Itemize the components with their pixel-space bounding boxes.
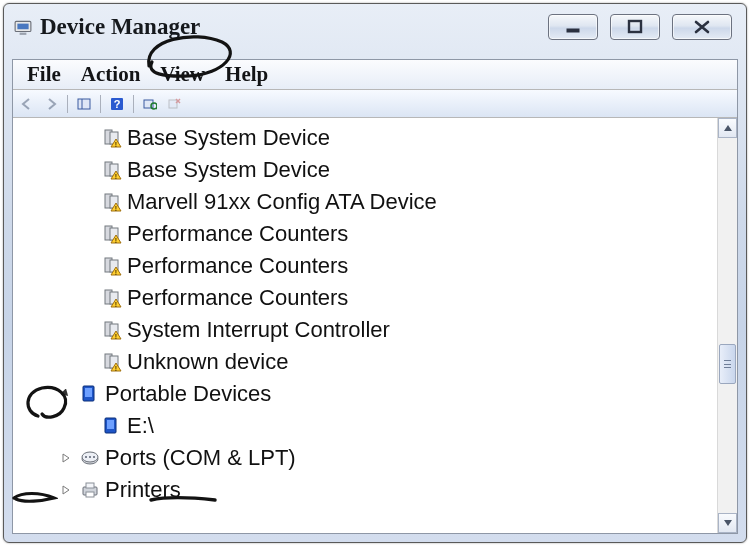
- tree-node-label: Unknown device: [127, 346, 288, 378]
- svg-rect-2: [20, 33, 27, 35]
- svg-rect-51: [107, 420, 114, 429]
- printer-icon: [79, 479, 101, 501]
- device-warning-icon: !: [101, 159, 123, 181]
- device-warning-icon: !: [101, 287, 123, 309]
- svg-text:!: !: [115, 301, 117, 308]
- back-button: [17, 94, 37, 114]
- uninstall-button: [164, 94, 184, 114]
- svg-text:!: !: [115, 237, 117, 244]
- tree-node-label: Base System Device: [127, 154, 330, 186]
- tree-node-other-device[interactable]: ! System Interrupt Controller: [43, 314, 737, 346]
- device-warning-icon: !: [101, 255, 123, 277]
- client-area: File Action View Help ?: [12, 59, 738, 534]
- toolbar-separator: [67, 95, 68, 113]
- svg-text:?: ?: [114, 98, 121, 110]
- maximize-button[interactable]: [610, 14, 660, 40]
- svg-rect-4: [629, 21, 641, 32]
- scroll-thumb[interactable]: [719, 344, 736, 384]
- device-warning-icon: !: [101, 127, 123, 149]
- help-button[interactable]: ?: [107, 94, 127, 114]
- svg-marker-62: [724, 125, 732, 131]
- menu-view[interactable]: View: [150, 60, 215, 89]
- port-icon: [79, 447, 101, 469]
- svg-marker-47: [61, 389, 71, 399]
- svg-point-55: [85, 456, 87, 458]
- expander-collapsed-icon[interactable]: [59, 483, 73, 497]
- tree-node-other-device[interactable]: ! Unknown device: [43, 346, 737, 378]
- window-buttons: [548, 14, 732, 40]
- tree-category-ports[interactable]: Ports (COM & LPT): [43, 442, 737, 474]
- tree-node-label: Printers: [105, 474, 181, 506]
- device-warning-icon: !: [101, 191, 123, 213]
- menu-bar: File Action View Help: [13, 60, 737, 90]
- tree-node-label: Ports (COM & LPT): [105, 442, 296, 474]
- tree-category-portable-devices[interactable]: Portable Devices: [43, 378, 737, 410]
- window-title: Device Manager: [40, 14, 200, 40]
- svg-rect-1: [17, 24, 28, 30]
- svg-rect-5: [78, 99, 90, 109]
- menu-action[interactable]: Action: [71, 60, 151, 89]
- svg-marker-63: [724, 520, 732, 526]
- tree-node-label: Performance Counters: [127, 282, 348, 314]
- tree-node-other-device[interactable]: ! Marvell 91xx Config ATA Device: [43, 186, 737, 218]
- svg-point-57: [93, 456, 95, 458]
- tree-node-other-device[interactable]: ! Base System Device: [43, 154, 737, 186]
- tree-node-other-device[interactable]: ! Performance Counters: [43, 250, 737, 282]
- menu-help[interactable]: Help: [215, 60, 278, 89]
- menu-file[interactable]: File: [17, 60, 71, 89]
- minimize-button[interactable]: [548, 14, 598, 40]
- portable-device-icon: [101, 415, 123, 437]
- tree-node-portable-drive[interactable]: E:\: [43, 410, 737, 442]
- scroll-down-button[interactable]: [718, 513, 737, 533]
- svg-rect-60: [86, 483, 94, 488]
- tree-node-label: System Interrupt Controller: [127, 314, 390, 346]
- scan-hardware-button[interactable]: [140, 94, 160, 114]
- tree-category-printers[interactable]: Printers: [43, 474, 737, 506]
- svg-text:!: !: [115, 205, 117, 212]
- tree-node-label: Base System Device: [127, 122, 330, 154]
- expander-expanded-icon[interactable]: [59, 387, 73, 401]
- svg-text:!: !: [115, 141, 117, 148]
- tree-node-label: Marvell 91xx Config ATA Device: [127, 186, 437, 218]
- tree-node-other-device[interactable]: ! Performance Counters: [43, 282, 737, 314]
- toolbar: ?: [13, 90, 737, 118]
- window-frame: Device Manager File Action View Help: [3, 3, 747, 543]
- tree-node-label: E:\: [127, 410, 154, 442]
- svg-text:!: !: [115, 269, 117, 276]
- tree-node-other-device[interactable]: ! Base System Device: [43, 122, 737, 154]
- svg-text:!: !: [115, 365, 117, 372]
- svg-rect-61: [86, 492, 94, 497]
- forward-button: [41, 94, 61, 114]
- close-button[interactable]: [672, 14, 732, 40]
- tree-node-label: Performance Counters: [127, 250, 348, 282]
- svg-marker-58: [63, 486, 69, 494]
- expander-collapsed-icon[interactable]: [59, 451, 73, 465]
- toolbar-separator: [100, 95, 101, 113]
- svg-rect-12: [169, 100, 177, 108]
- device-manager-icon: [14, 18, 32, 36]
- device-warning-icon: !: [101, 351, 123, 373]
- tree-node-label: Performance Counters: [127, 218, 348, 250]
- titlebar: Device Manager: [4, 4, 746, 50]
- svg-line-11: [156, 108, 157, 109]
- svg-rect-49: [85, 388, 92, 397]
- scroll-track[interactable]: [718, 138, 737, 513]
- device-warning-icon: !: [101, 319, 123, 341]
- device-warning-icon: !: [101, 223, 123, 245]
- svg-marker-52: [63, 454, 69, 462]
- svg-rect-3: [567, 29, 579, 32]
- device-tree: ! Base System Device ! Base System Devic…: [13, 118, 737, 533]
- tree-node-other-device[interactable]: ! Performance Counters: [43, 218, 737, 250]
- svg-text:!: !: [115, 333, 117, 340]
- svg-text:!: !: [115, 173, 117, 180]
- show-hide-console-button[interactable]: [74, 94, 94, 114]
- svg-point-56: [89, 456, 91, 458]
- tree-node-label: Portable Devices: [105, 378, 271, 410]
- scroll-up-button[interactable]: [718, 118, 737, 138]
- portable-device-icon: [79, 383, 101, 405]
- vertical-scrollbar: [717, 118, 737, 533]
- toolbar-separator: [133, 95, 134, 113]
